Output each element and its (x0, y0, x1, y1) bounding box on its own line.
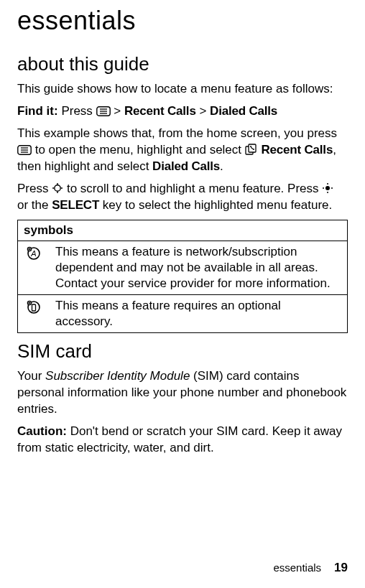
page: essentials about this guide This guide s… (0, 0, 365, 588)
svg-point-18 (327, 183, 328, 185)
example-paragraph: This example shows that, from the home s… (17, 126, 348, 175)
svg-point-14 (57, 192, 58, 193)
svg-point-17 (325, 186, 330, 190)
symbols-row-1-text: This means a feature is network/subscrip… (50, 241, 348, 294)
gt-2: > (199, 104, 206, 118)
sim-p1a: Your (17, 369, 45, 383)
example-a: This example shows that, from the home s… (17, 126, 337, 140)
symbols-header: symbols (18, 220, 348, 241)
press-c: or the (17, 198, 52, 212)
select-key: SELECT (52, 198, 99, 212)
press-a: Press (17, 182, 52, 195)
find-it-press: Press (61, 104, 92, 118)
svg-point-16 (61, 187, 63, 189)
recent-calls-icon (245, 144, 258, 155)
gt-1: > (114, 104, 121, 118)
menu-recent-calls: Recent Calls (124, 104, 196, 118)
sim-p1: Your Subscriber Identity Module (SIM) ca… (17, 368, 348, 418)
about-intro: This guide shows how to locate a menu fe… (17, 81, 348, 98)
section-heading-sim: SIM card (17, 340, 348, 363)
find-it-label: Find it: (17, 104, 58, 118)
example-b: to open the menu, highlight and select (32, 143, 245, 157)
find-it-line: Find it: Press > Recent Calls > Dialed C… (17, 103, 348, 120)
symbols-table: symbols A This means a feature is networ… (17, 220, 348, 333)
svg-point-21 (331, 187, 333, 189)
menu-dialed-calls: Dialed Calls (210, 104, 277, 118)
table-row: This means a feature requires an optiona… (18, 294, 348, 332)
press-b: to scroll to and highlight a menu featur… (63, 182, 322, 195)
svg-point-19 (327, 192, 328, 193)
menu-key-icon (96, 106, 111, 116)
svg-point-15 (52, 187, 54, 189)
page-number: 19 (334, 561, 348, 574)
svg-point-11 (253, 149, 254, 150)
press-paragraph: Press to scroll to and highlight a menu … (17, 181, 348, 214)
network-dependent-icon-cell: A (18, 241, 50, 294)
footer: essentials19 (273, 561, 348, 575)
menu-key-icon (17, 145, 32, 155)
accessory-required-icon-cell (18, 294, 50, 332)
symbols-row-2-text: This means a feature requires an optiona… (50, 294, 348, 332)
section-heading-about: about this guide (17, 53, 348, 75)
sim-caution: Caution: Don't bend or scratch your SIM … (17, 424, 348, 457)
table-row: A This means a feature is network/subscr… (18, 241, 348, 294)
symbols-header-row: symbols (18, 220, 348, 241)
footer-label: essentials (273, 561, 321, 574)
accessory-required-icon (26, 299, 42, 315)
center-key-icon (322, 182, 333, 194)
caution-label: Caution: (17, 424, 67, 438)
network-dependent-icon: A (26, 246, 42, 261)
svg-point-20 (323, 187, 324, 189)
page-title: essentials (17, 6, 348, 36)
svg-point-13 (57, 183, 58, 185)
nav-key-icon (52, 182, 63, 194)
svg-point-10 (250, 146, 251, 147)
svg-rect-28 (32, 304, 36, 311)
menu-recent-calls-2: Recent Calls (262, 143, 333, 157)
press-d: key to select the highlighted menu featu… (99, 198, 332, 212)
svg-point-12 (55, 185, 60, 190)
sim-p1b: Subscriber Identity Module (45, 369, 190, 383)
example-d: . (220, 159, 223, 173)
menu-dialed-calls-2: Dialed Calls (152, 159, 220, 173)
